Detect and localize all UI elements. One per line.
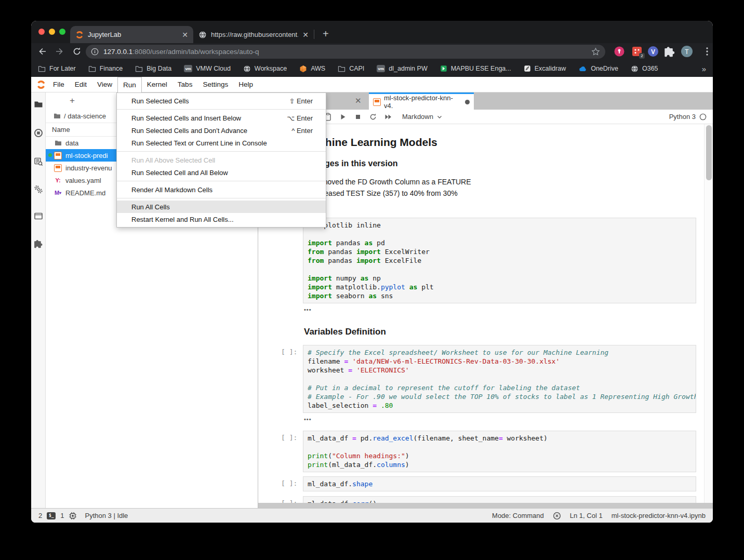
close-tab-icon[interactable]: ✕ <box>182 31 188 39</box>
back-icon[interactable] <box>37 46 48 57</box>
maximize-window-button[interactable] <box>59 29 65 35</box>
extensions-puzzle-icon[interactable] <box>664 46 675 57</box>
browser-menu-icon[interactable] <box>701 46 713 57</box>
command-mode-indicator[interactable]: Mode: Command <box>492 512 544 519</box>
close-tab-icon[interactable]: ✕ <box>302 31 309 39</box>
code-cell-imports[interactable]: [ ]: %matplotlib inline import pandas as… <box>303 218 696 303</box>
menu-item-run-insert-below[interactable]: Run Selected Cells and Insert Below⌥ Ent… <box>117 112 326 124</box>
browser-tab-github-raw[interactable]: https://raw.githubusercontent.c ✕ <box>193 26 314 43</box>
run-cell-icon[interactable] <box>339 113 347 121</box>
menu-run[interactable]: Run <box>117 77 142 92</box>
menu-item-run-text-in-console[interactable]: Run Selected Text or Current Line in Con… <box>117 137 326 149</box>
new-launcher-button[interactable]: + <box>70 96 75 106</box>
menu-item-run-cell-and-all-below[interactable]: Run Selected Cell and All Below <box>117 166 326 179</box>
close-tab-icon[interactable]: ✕ <box>355 96 362 105</box>
collapsed-output-dots[interactable]: ••• <box>304 306 713 313</box>
cell-prompt: [ ]: <box>281 434 297 442</box>
extension-icon-2[interactable]: 2 <box>631 46 643 57</box>
code-cell-corr[interactable]: [ ]: ml_data_df.corr() <box>303 496 696 503</box>
extension-icon-1[interactable] <box>614 46 625 57</box>
active-file-name: ml-stock-predictor-knn-v4.ipynb <box>612 512 706 519</box>
notebook-content: Machine Learning Models Changes in this … <box>258 124 713 503</box>
globe-icon <box>243 65 251 73</box>
stop-kernel-icon[interactable] <box>354 113 362 121</box>
notebook-icon <box>373 98 381 106</box>
menu-edit[interactable]: Edit <box>70 77 92 92</box>
bookmark-workspace[interactable]: Workspace <box>243 65 287 73</box>
window-controls <box>38 29 65 35</box>
menu-view[interactable]: View <box>92 77 117 92</box>
svg-text:T: T <box>685 48 689 56</box>
address-bar[interactable]: 127.0.0.1:8080/user/admin/lab/workspaces… <box>86 45 605 59</box>
menu-tabs[interactable]: Tabs <box>172 77 198 92</box>
command-palette-icon[interactable] <box>34 157 43 166</box>
url-text: 127.0.0.1:8080/user/admin/lab/workspaces… <box>103 48 259 56</box>
bookmark-excalidraw[interactable]: Excalidraw <box>524 65 566 72</box>
code-cell-variables[interactable]: [ ]: # Specify the Excel spreadsheet/ Wo… <box>303 345 696 413</box>
new-tab-button[interactable]: + <box>323 29 329 39</box>
bookmark-dl-admin-pw[interactable]: vmdl_admin PW <box>377 65 427 72</box>
menu-item-run-dont-advance[interactable]: Run Selected Cells and Don't Advance^ En… <box>117 124 326 137</box>
code-editor[interactable]: ml_data_df = pd.read_excel(filename, she… <box>303 431 696 472</box>
code-cell-read-excel[interactable]: [ ]: ml_data_df = pd.read_excel(filename… <box>303 431 696 472</box>
forward-icon[interactable] <box>54 46 64 57</box>
code-editor[interactable]: ml_data_df.shape <box>303 476 696 491</box>
code-editor[interactable]: ml_data_df.corr() <box>303 496 696 503</box>
bookmark-for-later[interactable]: For Later <box>38 65 76 72</box>
close-window-button[interactable] <box>38 29 45 35</box>
kernel-status-text[interactable]: Python 3 | Idle <box>85 512 128 519</box>
notebook-scroll-area[interactable]: Machine Learning Models Changes in this … <box>258 124 713 508</box>
bookmarks-overflow-chevron[interactable]: » <box>702 64 706 73</box>
excalidraw-icon <box>524 65 531 72</box>
browser-tab-jupyterlab[interactable]: JupyterLab ✕ <box>70 26 193 43</box>
bookmark-star-icon[interactable] <box>591 47 600 56</box>
notebook-scrollbar[interactable] <box>704 124 713 503</box>
profile-avatar[interactable]: T <box>681 45 693 58</box>
bookmark-o365[interactable]: O365 <box>631 65 658 73</box>
restart-kernel-icon[interactable] <box>369 113 377 121</box>
terminal-icon[interactable]: $_ <box>47 512 56 519</box>
terminal-count: 2 <box>38 512 42 519</box>
scrollbar-thumb[interactable] <box>706 125 712 180</box>
menu-help[interactable]: Help <box>233 77 258 92</box>
bookmark-aws[interactable]: AWS <box>299 65 325 73</box>
menu-item-run-all-cells[interactable]: Run All Cells <box>117 201 326 213</box>
collapsed-output-dots[interactable]: ••• <box>304 416 713 422</box>
menu-kernel[interactable]: Kernel <box>142 77 172 92</box>
menu-settings[interactable]: Settings <box>197 77 233 92</box>
run-all-fast-forward-icon[interactable] <box>384 113 392 121</box>
bookmark-vmw-cloud[interactable]: vmVMW Cloud <box>184 65 231 72</box>
kernel-chip-icon[interactable] <box>69 512 77 520</box>
code-cell-shape[interactable]: [ ]: ml_data_df.shape <box>303 476 696 491</box>
property-inspector-gears-icon[interactable] <box>34 184 43 194</box>
open-tabs-icon[interactable] <box>34 211 43 221</box>
minimize-window-button[interactable] <box>49 29 55 35</box>
bookmark-big-data[interactable]: Big Data <box>135 65 171 72</box>
running-sessions-icon[interactable] <box>34 128 43 138</box>
reload-icon[interactable] <box>72 46 82 57</box>
menu-item-restart-and-run-all[interactable]: Restart Kernel and Run All Cells... <box>117 213 326 225</box>
cell-type-dropdown[interactable]: Markdown <box>402 113 443 121</box>
site-info-icon[interactable] <box>91 48 99 56</box>
file-browser-icon[interactable] <box>34 100 43 109</box>
kernel-indicator[interactable]: Python 3 <box>669 113 713 121</box>
cursor-position[interactable]: Ln 1, Col 1 <box>570 512 603 519</box>
menu-separator <box>117 181 326 181</box>
markdown-file-icon: M▾ <box>54 189 62 197</box>
bookmark-onedrive[interactable]: OneDrive <box>578 65 618 72</box>
notebook-tab[interactable]: ml-stock-predictor-knn-v4. <box>369 92 474 110</box>
markdown-h1: Machine Learning Models <box>304 135 692 149</box>
extension-icon-v[interactable]: V <box>647 46 659 57</box>
menu-file[interactable]: File <box>48 77 70 92</box>
menu-item-run-selected-cells[interactable]: Run Selected Cells⇧ Enter <box>117 95 326 107</box>
extension-manager-puzzle-icon[interactable] <box>34 239 43 248</box>
unsaved-changes-dot <box>465 100 470 104</box>
code-editor[interactable]: %matplotlib inline import pandas as pdfr… <box>303 218 696 303</box>
notebook-trust-icon[interactable] <box>553 512 561 520</box>
bookmark-mapbu-ese[interactable]: MAPBU ESE Enga... <box>440 65 511 72</box>
menu-item-render-all-markdown[interactable]: Render All Markdown Cells <box>117 183 326 196</box>
code-editor[interactable]: # Specify the Excel spreadsheet/ Workshe… <box>303 345 696 413</box>
bookmark-capi[interactable]: CAPI <box>338 65 364 72</box>
cell-prompt: [ ]: <box>281 479 297 487</box>
bookmark-finance[interactable]: Finance <box>88 65 123 72</box>
